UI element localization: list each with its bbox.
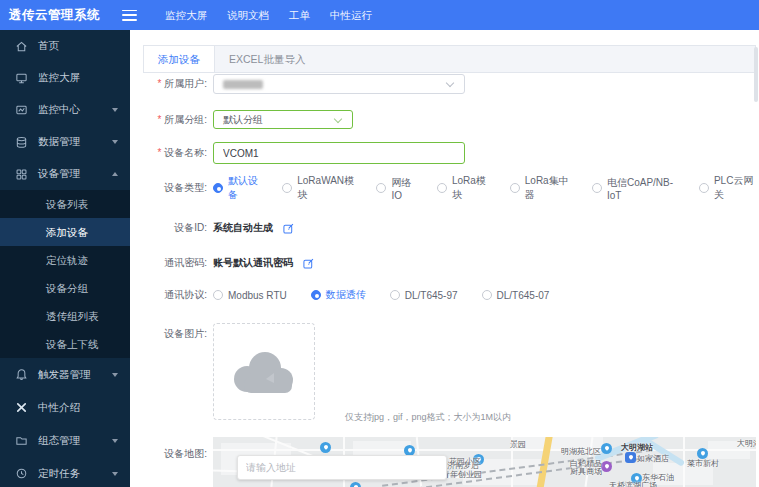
sidebar-item-configuration-management[interactable]: 组态管理	[0, 424, 130, 457]
map-label: 青年创业园	[442, 469, 482, 480]
config-icon	[15, 434, 28, 447]
sidebar-item-neutral-intro[interactable]: 中性介绍	[0, 391, 130, 424]
radio-lora-module[interactable]: LoRa模块	[437, 174, 492, 202]
sidebar-item-trigger-management[interactable]: 触发器管理	[0, 358, 130, 391]
chevron-down-icon	[112, 140, 118, 144]
radio-lorawan-module[interactable]: LoRaWAN模块	[282, 174, 358, 202]
clock-icon	[15, 467, 28, 480]
map-hotel-icon[interactable]	[625, 452, 636, 463]
chevron-down-icon	[112, 108, 118, 112]
map-label: 明湖苑北区	[561, 446, 601, 457]
map-label-station: 大明湖站	[621, 442, 653, 453]
map-label: 景园	[510, 439, 526, 450]
radio-modbus-rtu[interactable]: Modbus RTU	[213, 290, 287, 301]
map-pin-icon[interactable]	[350, 482, 361, 487]
map-pin-icon[interactable]	[601, 443, 612, 454]
map-label: 天桥滨湖广场	[609, 480, 657, 487]
sidebar-item-device-online-offline[interactable]: 设备上下线	[0, 330, 130, 358]
chevron-down-icon	[334, 114, 342, 122]
device-image-upload[interactable]	[213, 323, 315, 420]
device-name-input[interactable]	[213, 142, 465, 164]
radio-telecom-coap-nbiot[interactable]: 电信CoAP/NB-IoT	[592, 176, 681, 201]
image-format-hint: 仅支持jpg，gif，png格式；大小为1M以内	[345, 411, 511, 424]
device-management-submenu: 设备列表 添加设备 定位轨迹 设备分组 透传组列表 设备上下线	[0, 190, 130, 358]
sidebar-item-device-group[interactable]: 设备分组	[0, 274, 130, 302]
device-type-label: 设备类型:	[130, 181, 207, 195]
map-label: 菜市新村	[687, 458, 719, 469]
home-icon	[15, 40, 28, 53]
chevron-up-icon	[112, 172, 118, 176]
nav-item-neutral-run[interactable]: 中性运行	[320, 0, 382, 30]
tab-excel-import[interactable]: EXCEL批量导入	[215, 46, 319, 72]
main-content: 添加设备 EXCEL批量导入 所属用户: 所属分组: 默认分组 设备名称: 设备…	[130, 30, 759, 487]
tools-icon	[15, 401, 28, 414]
protocol-label: 通讯协议:	[130, 288, 207, 302]
hamburger-menu-icon[interactable]	[122, 10, 137, 21]
device-id-label: 设备ID:	[130, 221, 207, 235]
map-label: 如家酒店	[637, 453, 669, 464]
sidebar: 首页 监控大屏 监控中心 数据管理 设备管理 设备列表 添加设备 定位轨迹 设备…	[0, 30, 130, 487]
header-nav: 监控大屏 说明文档 工单 中性运行	[155, 0, 382, 30]
sidebar-item-device-list[interactable]: 设备列表	[0, 190, 130, 218]
database-icon	[15, 136, 28, 149]
map-label: 大明湖	[737, 438, 756, 449]
group-select[interactable]: 默认分组	[213, 110, 353, 129]
radio-data-passthrough[interactable]: 数据透传	[311, 288, 366, 302]
map-address-search-input[interactable]	[237, 455, 447, 480]
sidebar-item-device-management[interactable]: 设备管理	[0, 158, 130, 190]
map-pin-purple-icon[interactable]	[601, 461, 612, 472]
owner-value-redacted	[223, 80, 263, 89]
device-name-label: 设备名称:	[130, 142, 207, 164]
group-label: 所属分组:	[130, 110, 207, 129]
owner-select[interactable]	[213, 74, 465, 94]
radio-network-io[interactable]: 网络IO	[376, 176, 418, 201]
chevron-down-icon	[112, 373, 118, 377]
edit-comm-password-icon[interactable]	[303, 258, 314, 269]
map-label: 厨具商场	[570, 466, 602, 477]
radio-lora-concentrator[interactable]: LoRa集中器	[510, 174, 574, 202]
map-pin-icon[interactable]	[320, 442, 331, 453]
sidebar-item-scheduled-tasks[interactable]: 定时任务	[0, 457, 130, 487]
comm-password-label: 通讯密码:	[130, 256, 207, 270]
device-id-value: 系统自动生成	[213, 221, 273, 235]
radio-default-device[interactable]: 默认设备	[213, 174, 264, 202]
radio-plc-cloud-gateway[interactable]: PLC云网关	[699, 174, 759, 202]
device-id-row: 系统自动生成	[213, 221, 294, 235]
sidebar-item-data-management[interactable]: 数据管理	[0, 126, 130, 158]
edit-device-id-icon[interactable]	[283, 223, 294, 234]
nav-item-ticket[interactable]: 工单	[279, 0, 320, 30]
sidebar-item-monitor-center[interactable]: 监控中心	[0, 94, 130, 126]
cloud-placeholder-icon	[228, 347, 300, 397]
radio-dlt645-07[interactable]: DL/T645-07	[482, 290, 550, 301]
tab-bar: 添加设备 EXCEL批量导入	[143, 45, 756, 73]
chevron-down-icon	[112, 472, 118, 476]
device-image-label: 设备图片:	[130, 327, 207, 341]
grid-icon	[15, 168, 28, 181]
top-header: 透传云管理系统 监控大屏 说明文档 工单 中性运行	[0, 0, 759, 30]
bell-icon	[15, 368, 28, 381]
device-type-options: 默认设备 LoRaWAN模块 网络IO LoRa模块 LoRa集中器 电信CoA…	[213, 181, 759, 195]
sidebar-item-monitor-screen[interactable]: 监控大屏	[0, 62, 130, 94]
radio-dlt645-97[interactable]: DL/T645-97	[390, 290, 458, 301]
comm-password-row: 账号默认通讯密码	[213, 256, 314, 270]
device-map-label: 设备地图:	[130, 447, 207, 461]
protocol-options: Modbus RTU 数据透传 DL/T645-97 DL/T645-07	[213, 288, 549, 302]
device-map[interactable]: 景园 明湖苑北区 大明湖站 如家酒店 白鹤精品 厨具商场 菜市新村 东华石油 天…	[213, 437, 756, 487]
sidebar-item-home[interactable]: 首页	[0, 30, 130, 62]
chevron-down-icon	[112, 439, 118, 443]
sidebar-item-passthrough-group-list[interactable]: 透传组列表	[0, 302, 130, 330]
monitor-center-icon	[15, 104, 28, 117]
screen-icon	[15, 72, 28, 85]
sidebar-item-location-track[interactable]: 定位轨迹	[0, 246, 130, 274]
tab-add-device[interactable]: 添加设备	[144, 46, 215, 72]
map-label: 花园小区	[449, 456, 481, 467]
nav-item-docs[interactable]: 说明文档	[217, 0, 279, 30]
owner-label: 所属用户:	[130, 74, 207, 94]
app-title: 透传云管理系统	[9, 7, 100, 24]
chevron-down-icon	[446, 79, 454, 87]
nav-item-monitor-screen[interactable]: 监控大屏	[155, 0, 217, 30]
comm-password-value: 账号默认通讯密码	[213, 256, 293, 270]
scrollbar-thumb[interactable]	[754, 47, 758, 102]
sidebar-item-add-device[interactable]: 添加设备	[0, 218, 130, 246]
group-select-value: 默认分组	[223, 114, 263, 125]
